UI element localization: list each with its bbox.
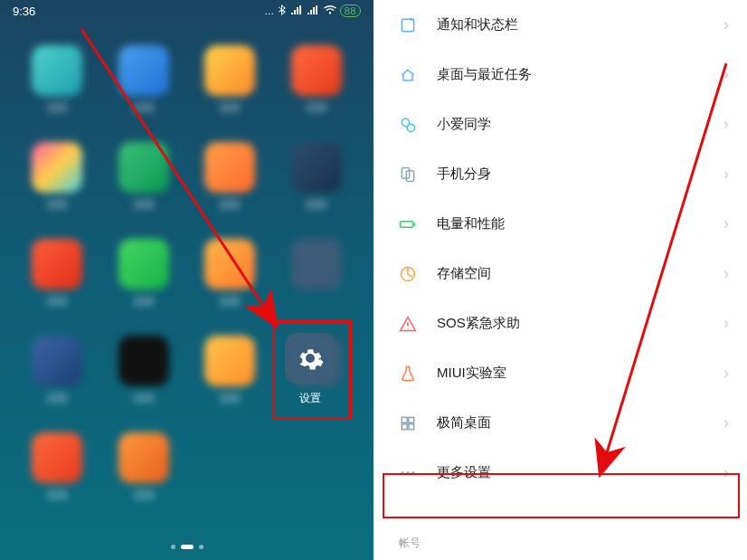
chevron-right-icon: › (723, 165, 729, 184)
annotation-box-more-settings (383, 473, 740, 518)
settings-item-phone-clone[interactable]: 手机分身› (374, 149, 747, 199)
app-icon (32, 239, 82, 289)
app-icon (118, 239, 169, 289)
clock-text: 9:36 (13, 5, 35, 18)
app-blurred[interactable]: 应用 (18, 45, 96, 115)
app-blurred[interactable]: 应用 (18, 239, 96, 308)
app-icon (204, 336, 255, 386)
app-icon (291, 45, 342, 96)
app-grid-blurred: 应用应用应用应用应用应用应用应用应用应用应用应用应用应用应用应用 (0, 36, 374, 511)
battery-icon (399, 215, 417, 233)
settings-item-miui-lab[interactable]: MIUI实验室› (374, 348, 747, 398)
app-blurred[interactable]: 应用 (105, 239, 183, 308)
settings-item-label: 存储空间 (437, 265, 723, 282)
settings-item-battery[interactable]: 电量和性能› (374, 199, 747, 249)
app-icon (204, 142, 255, 193)
desktop-icon (399, 66, 417, 84)
app-label: 应用 (307, 198, 326, 212)
annotation-box-settings (272, 320, 352, 420)
app-icon (118, 45, 169, 96)
settings-item-desktop[interactable]: 桌面与最近任务› (374, 50, 747, 100)
app-icon (32, 336, 82, 386)
chevron-right-icon: › (723, 115, 729, 134)
settings-item-xiaoai[interactable]: 小爱同学› (374, 100, 747, 149)
app-icon (32, 142, 82, 193)
app-icon (118, 142, 169, 193)
signal-icon (291, 5, 304, 16)
app-blurred[interactable]: 应用 (105, 142, 183, 212)
settings-item-label: MIUI实验室 (437, 365, 723, 382)
wifi-icon (324, 5, 336, 16)
app-label: 应用 (220, 101, 240, 115)
app-icon (118, 432, 169, 483)
svg-rect-0 (402, 19, 413, 31)
app-blurred[interactable]: 应用 (18, 336, 96, 405)
app-label: 应用 (134, 198, 154, 212)
app-label: 应用 (307, 101, 326, 115)
app-label: 应用 (220, 198, 240, 212)
svg-rect-7 (402, 417, 407, 422)
app-icon (32, 432, 82, 483)
app-label: 应用 (134, 392, 154, 405)
app-blurred[interactable]: 应用 (18, 432, 96, 502)
status-icons: … 88 (264, 5, 361, 17)
chevron-right-icon: › (723, 364, 729, 383)
chevron-right-icon: › (723, 214, 729, 233)
app-blurred[interactable]: 应用 (192, 336, 269, 405)
phone-clone-icon (399, 166, 417, 184)
status-bar: 9:36 … 88 (0, 0, 374, 22)
app-blurred[interactable]: 应用 (105, 45, 183, 115)
simple-desktop-icon (399, 414, 417, 432)
chevron-right-icon: › (723, 314, 729, 333)
app-label: 应用 (220, 392, 240, 405)
app-label: 应用 (47, 101, 67, 115)
app-label: 应用 (220, 295, 240, 308)
app-label: 应用 (47, 392, 67, 405)
app-blurred[interactable]: 应用 (192, 239, 269, 308)
signal-icon-2 (307, 5, 320, 16)
settings-item-label: SOS紧急求助 (437, 315, 723, 332)
app-icon (291, 142, 342, 193)
settings-item-storage[interactable]: 存储空间› (374, 249, 747, 299)
settings-item-notification[interactable]: 通知和状态栏› (374, 0, 747, 50)
chevron-right-icon: › (723, 413, 729, 432)
app-blurred[interactable]: 应用 (278, 45, 355, 115)
app-blurred[interactable]: 应用 (105, 336, 183, 405)
bluetooth-icon (279, 5, 288, 17)
chevron-right-icon: › (723, 264, 729, 283)
app-icon (204, 239, 255, 289)
svg-rect-4 (406, 170, 413, 181)
settings-item-sos[interactable]: SOS紧急求助› (374, 299, 747, 348)
app-blurred[interactable]: 应用 (192, 142, 269, 212)
chevron-right-icon: › (723, 65, 729, 84)
app-label: 应用 (47, 489, 67, 502)
battery-indicator: 88 (340, 5, 361, 17)
app-icon (204, 45, 255, 96)
settings-panel: 通知和状态栏›桌面与最近任务›小爱同学›手机分身›电量和性能›存储空间›SOS紧… (374, 0, 747, 560)
app-label: 应用 (134, 295, 154, 308)
app-label: 应用 (47, 198, 67, 212)
app-blurred[interactable]: 应用 (105, 432, 183, 502)
app-blurred[interactable]: 应用 (278, 142, 355, 212)
app-label: 应用 (47, 295, 67, 308)
app-label: 应用 (134, 101, 154, 115)
section-label: 帐号 (399, 536, 421, 551)
app-blurred[interactable]: 应用 (192, 45, 269, 115)
settings-item-label: 手机分身 (437, 166, 723, 183)
settings-item-label: 小爱同学 (437, 116, 723, 133)
svg-point-2 (407, 124, 414, 131)
svg-rect-9 (402, 423, 407, 429)
settings-item-label: 桌面与最近任务 (437, 66, 723, 83)
more-dots-icon: … (264, 5, 275, 16)
app-blurred[interactable] (278, 239, 355, 308)
svg-rect-3 (402, 167, 409, 178)
app-icon (32, 45, 82, 96)
settings-item-simple-desktop[interactable]: 极简桌面› (374, 398, 747, 448)
settings-item-label: 极简桌面 (437, 414, 723, 432)
app-blurred[interactable]: 应用 (18, 142, 96, 212)
svg-rect-5 (401, 221, 413, 227)
svg-rect-10 (409, 423, 414, 429)
settings-item-label: 通知和状态栏 (437, 16, 723, 33)
svg-rect-8 (409, 417, 414, 422)
settings-item-label: 电量和性能 (437, 215, 723, 233)
